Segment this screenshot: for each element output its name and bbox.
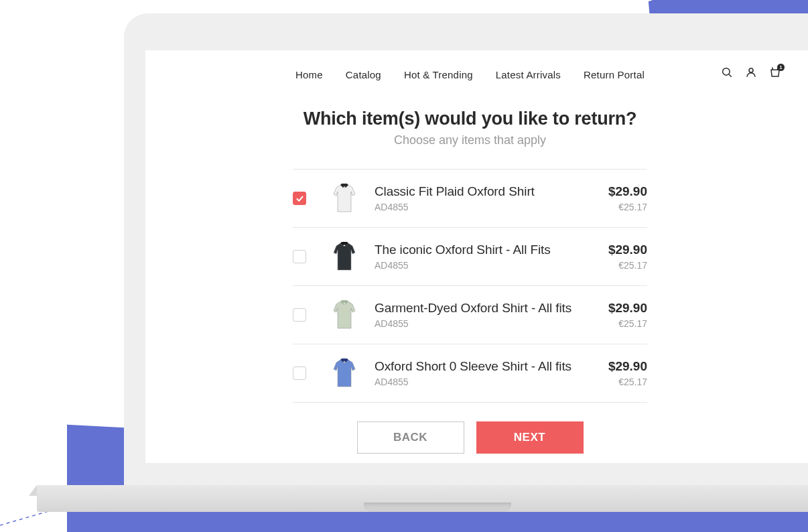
laptop-notch	[364, 503, 511, 512]
item-name: Classic Fit Plaid Oxford Shirt	[375, 184, 608, 199]
item-price-alt: €25.17	[608, 202, 647, 212]
svg-point-3	[749, 68, 753, 72]
search-icon[interactable]	[721, 66, 733, 78]
action-buttons: BACK NEXT	[145, 421, 795, 454]
cart-badge: 1	[777, 64, 785, 71]
laptop-base	[37, 485, 808, 512]
page-title: Which item(s) would you like to return?	[145, 109, 795, 129]
nav-link-catalog[interactable]: Catalog	[346, 69, 381, 80]
item-checkbox[interactable]	[293, 308, 306, 322]
svg-line-2	[729, 74, 732, 77]
item-sku: AD4855	[375, 318, 608, 329]
item-name: The iconic Oxford Shirt - All Fits	[375, 243, 608, 257]
item-price-alt: €25.17	[608, 260, 647, 271]
item-sku: AD4855	[375, 260, 608, 271]
nav-link-latest-arrivals[interactable]: Latest Arrivals	[496, 69, 561, 80]
item-info: Classic Fit Plaid Oxford ShirtAD4855	[375, 184, 608, 212]
item-row: Garment-Dyed Oxford Shirt - All fitsAD48…	[293, 285, 647, 344]
nav-icons: 1	[721, 66, 781, 78]
item-checkbox[interactable]	[293, 250, 306, 263]
item-thumbnail	[328, 240, 361, 273]
item-info: The iconic Oxford Shirt - All FitsAD4855	[375, 243, 608, 271]
back-button[interactable]: BACK	[357, 421, 464, 454]
page-subtitle: Choose any items that apply	[145, 133, 795, 147]
items-list: Classic Fit Plaid Oxford ShirtAD4855$29.…	[293, 169, 647, 403]
item-info: Garment-Dyed Oxford Shirt - All fitsAD48…	[375, 301, 608, 329]
app-screen: Home Catalog Hot & Trending Latest Arriv…	[145, 50, 808, 463]
item-row: Oxford Short 0 Sleeve Shirt - All fitsAD…	[293, 344, 647, 403]
item-price-alt: €25.17	[608, 377, 647, 387]
svg-point-1	[723, 68, 730, 76]
nav-links: Home Catalog Hot & Trending Latest Arriv…	[295, 69, 645, 80]
item-thumbnail	[328, 356, 361, 390]
item-price: $29.90€25.17	[608, 243, 647, 271]
item-price-main: $29.90	[608, 359, 647, 374]
item-thumbnail	[328, 182, 361, 215]
main-nav: Home Catalog Hot & Trending Latest Arriv…	[145, 50, 795, 92]
nav-link-hot-trending[interactable]: Hot & Trending	[404, 69, 473, 80]
next-button[interactable]: NEXT	[476, 421, 584, 454]
item-info: Oxford Short 0 Sleeve Shirt - All fitsAD…	[375, 359, 608, 387]
item-price-main: $29.90	[608, 184, 647, 199]
item-price-alt: €25.17	[608, 318, 647, 329]
item-price-main: $29.90	[608, 243, 647, 257]
item-price: $29.90€25.17	[608, 301, 647, 329]
item-name: Garment-Dyed Oxford Shirt - All fits	[375, 301, 608, 316]
item-checkbox[interactable]	[293, 192, 306, 205]
page-heading: Which item(s) would you like to return? …	[145, 92, 795, 150]
item-price-main: $29.90	[608, 301, 647, 316]
item-price: $29.90€25.17	[608, 184, 647, 212]
item-row: Classic Fit Plaid Oxford ShirtAD4855$29.…	[293, 169, 647, 227]
item-checkbox[interactable]	[293, 367, 306, 380]
item-sku: AD4855	[375, 377, 608, 387]
item-sku: AD4855	[375, 202, 608, 212]
nav-link-return-portal[interactable]: Return Portal	[584, 69, 645, 80]
item-price: $29.90€25.17	[608, 359, 647, 387]
item-name: Oxford Short 0 Sleeve Shirt - All fits	[375, 359, 608, 374]
item-row: The iconic Oxford Shirt - All FitsAD4855…	[293, 227, 647, 285]
nav-link-home[interactable]: Home	[295, 69, 323, 80]
cart-icon[interactable]: 1	[769, 66, 781, 78]
account-icon[interactable]	[745, 66, 757, 78]
item-thumbnail	[328, 298, 361, 332]
